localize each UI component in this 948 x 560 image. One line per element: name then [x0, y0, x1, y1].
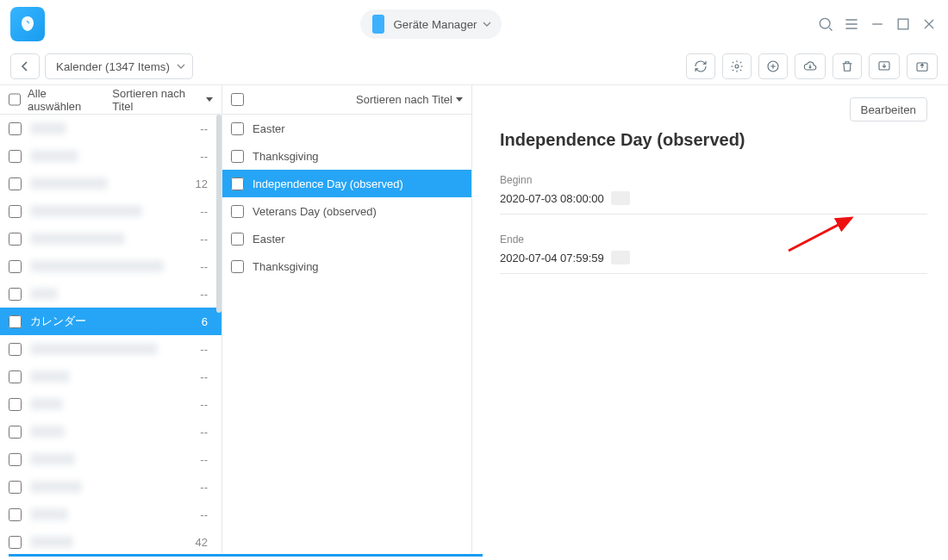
item-checkbox[interactable]: [9, 150, 22, 163]
calendar-list-item[interactable]: --: [0, 225, 221, 252]
item-label-obscured: [30, 536, 73, 548]
item-count: 12: [196, 177, 213, 190]
phone-icon: [372, 15, 384, 34]
search-icon[interactable]: [817, 16, 834, 33]
sort-button-left[interactable]: Sortieren nach Titel: [112, 87, 213, 113]
scrollbar[interactable]: [216, 115, 221, 313]
calendar-list-item[interactable]: カレンダー6: [0, 308, 221, 335]
svg-rect-1: [898, 19, 908, 29]
calendar-list-item[interactable]: --: [0, 197, 221, 225]
item-checkbox[interactable]: [9, 453, 22, 466]
item-checkbox[interactable]: [9, 481, 22, 494]
svg-point-0: [820, 18, 830, 28]
item-checkbox[interactable]: [9, 536, 22, 549]
item-count: --: [200, 343, 213, 356]
item-checkbox[interactable]: [9, 426, 22, 439]
item-checkbox[interactable]: [9, 205, 22, 218]
calendar-list-item[interactable]: --: [0, 142, 221, 170]
calendar-list-item[interactable]: --: [0, 473, 221, 501]
sort-label: Sortieren nach Titel: [356, 93, 452, 106]
import-button[interactable]: [869, 53, 900, 79]
item-checkbox[interactable]: [9, 398, 22, 411]
field-value: 2020-07-04 07:59:59: [500, 251, 927, 274]
calendar-list-item[interactable]: --: [0, 501, 221, 528]
item-checkbox[interactable]: [9, 177, 22, 190]
maximize-icon[interactable]: [895, 16, 912, 33]
item-checkbox[interactable]: [231, 260, 244, 273]
item-label-obscured: [30, 288, 58, 300]
event-label: Veterans Day (observed): [253, 205, 377, 218]
event-list-item[interactable]: Easter: [222, 225, 471, 252]
menu-icon[interactable]: [843, 16, 860, 33]
cloud-sync-button[interactable]: [795, 53, 826, 79]
settings-button[interactable]: [722, 53, 752, 79]
item-label-obscured: [30, 260, 164, 272]
events-list-panel: Sortieren nach Titel EasterThanksgivingI…: [222, 85, 472, 553]
item-checkbox[interactable]: [9, 370, 22, 383]
select-all-events-checkbox[interactable]: [231, 93, 244, 106]
calendar-list-item[interactable]: --: [0, 418, 221, 445]
item-count: --: [200, 260, 213, 273]
event-list-item[interactable]: Veterans Day (observed): [222, 197, 471, 225]
sort-button-mid[interactable]: Sortieren nach Titel: [356, 93, 463, 106]
item-checkbox[interactable]: [231, 233, 244, 246]
calendar-list-item[interactable]: --: [0, 363, 221, 390]
refresh-button[interactable]: [686, 53, 715, 79]
chevron-down-icon: [483, 20, 491, 28]
triangle-down-icon: [456, 97, 463, 102]
item-checkbox[interactable]: [9, 233, 22, 246]
item-count: --: [200, 288, 213, 301]
add-button[interactable]: [758, 53, 788, 79]
calendar-list-item[interactable]: --: [0, 390, 221, 418]
calendar-list-item[interactable]: --: [0, 115, 221, 142]
event-list-item[interactable]: Easter: [222, 115, 471, 142]
item-checkbox[interactable]: [231, 205, 244, 218]
calendar-list-item[interactable]: --: [0, 280, 221, 308]
item-label-obscured: [30, 177, 108, 190]
calendar-list-item[interactable]: --: [0, 335, 221, 363]
event-label: Thanksgiving: [253, 260, 319, 273]
device-manager-dropdown[interactable]: Geräte Manager: [360, 9, 501, 39]
edit-button[interactable]: Bearbeiten: [850, 97, 927, 121]
calendar-list-item[interactable]: --: [0, 252, 221, 280]
selection-underline: [9, 554, 483, 557]
calendar-list-item[interactable]: --: [0, 445, 221, 473]
event-list-item[interactable]: Independence Day (observed): [222, 170, 471, 197]
app-logo[interactable]: [10, 7, 45, 41]
item-label: カレンダー: [30, 314, 86, 329]
item-checkbox[interactable]: [9, 315, 22, 328]
item-count: --: [200, 426, 213, 439]
item-checkbox[interactable]: [231, 177, 244, 190]
value-swatch: [611, 251, 630, 264]
calendar-list-item[interactable]: 12: [0, 170, 221, 197]
item-checkbox[interactable]: [9, 122, 22, 135]
event-list-item[interactable]: Thanksgiving: [222, 252, 471, 280]
item-count: --: [200, 508, 213, 521]
item-label-obscured: [30, 370, 70, 383]
value-swatch: [611, 191, 630, 205]
back-button[interactable]: [10, 53, 40, 79]
item-count: --: [200, 481, 213, 494]
event-list-item[interactable]: Thanksgiving: [222, 142, 471, 170]
category-dropdown[interactable]: Kalender (1347 Items): [45, 53, 193, 79]
export-button[interactable]: [907, 53, 938, 79]
item-label-obscured: [30, 481, 82, 493]
item-checkbox[interactable]: [9, 288, 22, 301]
detail-field: Beginn2020-07-03 08:00:00: [500, 174, 927, 215]
item-count: 42: [196, 536, 213, 549]
select-all-checkbox[interactable]: [9, 93, 21, 106]
sort-label: Sortieren nach Titel: [112, 87, 203, 113]
event-title: Independence Day (observed): [500, 130, 927, 150]
delete-button[interactable]: [833, 53, 862, 79]
calendar-list-item[interactable]: 42: [0, 528, 221, 553]
item-checkbox[interactable]: [231, 150, 244, 163]
item-checkbox[interactable]: [9, 343, 22, 356]
detail-field: Ende2020-07-04 07:59:59: [500, 233, 927, 274]
item-checkbox[interactable]: [231, 122, 244, 135]
close-icon[interactable]: [920, 16, 938, 33]
item-checkbox[interactable]: [9, 508, 22, 521]
minimize-icon[interactable]: [869, 16, 886, 33]
item-checkbox[interactable]: [9, 260, 22, 273]
event-label: Independence Day (observed): [253, 177, 403, 190]
device-label: Geräte Manager: [393, 18, 477, 31]
